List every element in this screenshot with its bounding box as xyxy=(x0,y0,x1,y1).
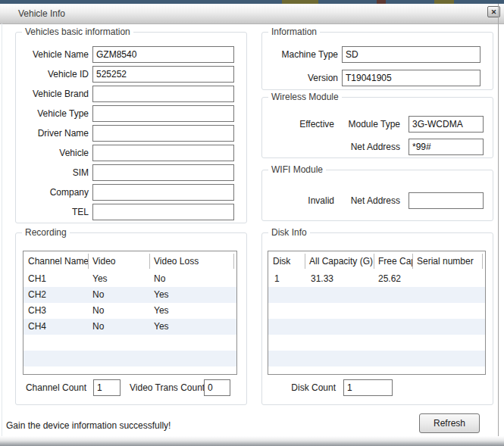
vehicle-id-input[interactable] xyxy=(92,66,234,83)
column-divider xyxy=(88,254,89,269)
vehicle-type-input[interactable] xyxy=(92,105,234,122)
empty-row xyxy=(23,366,236,375)
column-header[interactable]: Video Loss xyxy=(149,251,233,271)
group-title: Wireless Module xyxy=(268,92,342,102)
table-row[interactable]: 1 31.33 25.62 xyxy=(268,271,485,287)
group-disk-info: Disk Info Disk All Capacity (G) Free Cap… xyxy=(261,232,493,405)
column-header[interactable]: Disk xyxy=(268,251,305,271)
form-row: Vehicle ID xyxy=(16,66,246,83)
group-wifi-module: WIFI Module Invalid Net Address xyxy=(261,170,493,221)
refresh-button[interactable]: Refresh xyxy=(419,413,480,433)
machine-type-input[interactable] xyxy=(342,46,481,63)
empty-row xyxy=(268,287,485,303)
form-row: Version xyxy=(262,70,493,86)
form-row: Company xyxy=(16,184,246,201)
cell-video: No xyxy=(88,303,149,319)
recording-table[interactable]: Channel Name Video Video Loss CH1 Yes No… xyxy=(23,251,237,375)
form-row: Effective Module Type xyxy=(262,116,493,133)
video-trans-count-input[interactable] xyxy=(204,379,230,396)
dialog-title: Vehicle Info xyxy=(18,4,65,23)
count-row: Disk Count xyxy=(262,379,493,396)
dialog-right-edge xyxy=(498,4,499,437)
tel-input[interactable] xyxy=(92,204,234,220)
wifi-net-address-label: Net Address xyxy=(342,192,400,209)
cell-channel: CH1 xyxy=(23,271,88,287)
vehicle-input[interactable] xyxy=(92,145,234,161)
empty-row xyxy=(268,351,485,366)
disk-table[interactable]: Disk All Capacity (G) Free Cap Serial nu… xyxy=(268,251,486,375)
vehicle-name-label: Vehicle Name xyxy=(16,46,89,63)
form-row: Vehicle Name xyxy=(16,46,246,63)
wireless-status-label: Effective xyxy=(262,116,334,133)
tel-label: TEL xyxy=(16,204,89,220)
form-row: Vehicle Type xyxy=(16,105,246,122)
column-header[interactable]: Video xyxy=(88,251,149,271)
company-input[interactable] xyxy=(92,184,234,201)
vehicle-label: Vehicle xyxy=(16,145,89,161)
company-label: Company xyxy=(16,184,89,201)
video-trans-count-label: Video Trans Count xyxy=(130,379,203,396)
cell-video: Yes xyxy=(88,271,149,287)
cell-video-loss: Yes xyxy=(149,287,236,303)
group-title: Vehicles basic information xyxy=(22,27,133,37)
close-icon: ✕ xyxy=(491,8,497,16)
version-input[interactable] xyxy=(342,70,481,86)
cell-free-capacity: 25.62 xyxy=(374,271,412,287)
form-row: Driver Name xyxy=(16,125,246,142)
column-divider xyxy=(412,254,413,269)
form-row: TEL xyxy=(16,204,246,220)
disk-count-label: Disk Count xyxy=(262,379,336,396)
group-title: WIFI Module xyxy=(268,164,326,175)
table-row[interactable]: CH3 No Yes xyxy=(23,303,236,319)
cell-video-loss: Yes xyxy=(149,303,236,319)
cell-video: No xyxy=(88,287,149,303)
vehicle-type-label: Vehicle Type xyxy=(16,105,89,122)
form-row: Vehicle xyxy=(16,145,246,161)
column-header[interactable]: Channel Name xyxy=(23,251,88,271)
column-header[interactable]: Free Cap xyxy=(374,251,412,271)
column-divider xyxy=(149,254,150,269)
wifi-net-address-input[interactable] xyxy=(409,192,484,209)
empty-row xyxy=(268,335,485,351)
sim-label: SIM xyxy=(16,164,89,181)
form-row: Vehicle Brand xyxy=(16,86,246,102)
dialog-left-edge xyxy=(2,23,2,437)
cell-video-loss: Yes xyxy=(149,319,236,335)
group-information: Information Machine Type Version xyxy=(261,32,493,90)
table-row[interactable]: CH1 Yes No xyxy=(23,271,236,287)
group-recording: Recording Channel Name Video Video Loss … xyxy=(15,232,247,405)
disk-count-input[interactable] xyxy=(343,379,393,396)
empty-row xyxy=(268,366,485,375)
form-row: SIM xyxy=(16,164,246,181)
vehicle-brand-input[interactable] xyxy=(92,86,234,102)
wifi-status-label: Invalid xyxy=(262,192,334,209)
column-divider xyxy=(374,254,374,269)
cell-serial-number xyxy=(412,271,485,287)
sim-input[interactable] xyxy=(92,164,234,181)
vehicle-name-input[interactable] xyxy=(92,46,234,63)
vehicle-brand-label: Vehicle Brand xyxy=(16,86,89,102)
column-header[interactable]: All Capacity (G) xyxy=(305,251,374,271)
form-row: Machine Type xyxy=(262,46,493,63)
vehicle-id-label: Vehicle ID xyxy=(16,66,89,83)
cell-disk: 1 xyxy=(268,271,305,287)
column-header[interactable]: Serial number xyxy=(412,251,482,271)
driver-name-input[interactable] xyxy=(92,125,234,142)
empty-row xyxy=(23,335,236,351)
version-label: Version xyxy=(262,70,338,86)
wireless-net-address-input[interactable] xyxy=(409,139,484,155)
group-title: Recording xyxy=(22,227,70,238)
table-row[interactable]: CH4 No Yes xyxy=(23,319,236,335)
channel-count-input[interactable] xyxy=(93,379,121,396)
empty-row xyxy=(23,351,236,366)
table-row[interactable]: CH2 No Yes xyxy=(23,287,236,303)
group-title: Disk Info xyxy=(268,227,310,238)
column-divider xyxy=(305,254,305,269)
group-wireless-module: Wireless Module Effective Module Type Ne… xyxy=(261,97,493,158)
module-type-input[interactable] xyxy=(409,116,484,133)
cell-video-loss: No xyxy=(149,271,236,287)
cell-channel: CH4 xyxy=(23,319,88,335)
group-vehicles-basic-information: Vehicles basic information Vehicle Name … xyxy=(15,32,247,223)
channel-count-label: Channel Count xyxy=(16,379,86,396)
empty-row xyxy=(268,303,485,319)
